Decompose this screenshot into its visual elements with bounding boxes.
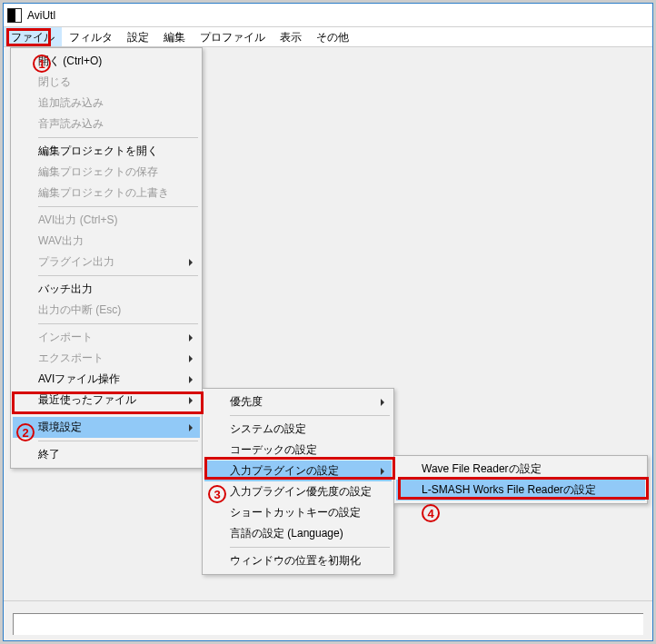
titlebar: AviUtl: [4, 4, 652, 27]
menu-item-input-plugin-settings[interactable]: 入力プラグインの設定: [204, 461, 392, 481]
menu-item-label: プラグイン出力: [38, 254, 114, 270]
status-area: [4, 600, 652, 640]
menu-item-label: 入力プラグインの設定: [230, 463, 339, 479]
menu-item-shortcut-settings[interactable]: ショートカットキーの設定: [204, 502, 392, 523]
menu-item-save-project[interactable]: 編集プロジェクトの保存: [13, 162, 200, 183]
chevron-right-icon: [189, 397, 193, 404]
menu-separator: [230, 415, 390, 416]
menu-input-plugin: Wave File Readerの設定 L-SMASH Works File R…: [393, 455, 648, 504]
menubar-item-other[interactable]: その他: [309, 27, 356, 46]
menu-item-system-settings[interactable]: システムの設定: [204, 419, 392, 440]
timeline-scroll[interactable]: [13, 613, 643, 635]
chevron-right-icon: [189, 259, 193, 266]
menu-item-overwrite-project[interactable]: 編集プロジェクトの上書き: [13, 183, 200, 203]
app-window: AviUtl ファイル フィルタ 設定 編集 プロファイル 表示 その他 開く …: [3, 3, 653, 641]
menu-separator: [38, 206, 198, 207]
chevron-right-icon: [189, 376, 193, 383]
menu-separator: [38, 275, 198, 276]
menu-separator: [38, 323, 198, 324]
chevron-right-icon: [189, 355, 193, 362]
menu-item-abort-output[interactable]: 出力の中断 (Esc): [13, 300, 200, 321]
menu-item-language-settings[interactable]: 言語の設定 (Language): [204, 523, 392, 544]
menu-env-settings: 優先度 システムの設定 コーデックの設定 入力プラグインの設定 入力プラグイン優…: [202, 388, 394, 575]
menu-separator: [230, 547, 390, 548]
menu-item-open[interactable]: 開く (Ctrl+O): [13, 51, 200, 72]
work-area: 開く (Ctrl+O) 閉じる 追加読み込み 音声読み込み 編集プロジェクトを開…: [4, 47, 652, 640]
menu-item-label: インポート: [38, 330, 93, 345]
menu-item-label: エクスポート: [38, 351, 104, 366]
menu-separator: [38, 413, 198, 414]
menu-item-append-load[interactable]: 追加読み込み: [13, 93, 200, 114]
menu-item-batch-output[interactable]: バッチ出力: [13, 279, 200, 300]
menu-separator: [38, 137, 198, 138]
menu-item-plugin-output[interactable]: プラグイン出力: [13, 252, 200, 272]
menubar: ファイル フィルタ 設定 編集 プロファイル 表示 その他: [4, 27, 652, 47]
menu-item-avi-output[interactable]: AVI出力 (Ctrl+S): [13, 210, 200, 231]
window-title: AviUtl: [27, 9, 55, 22]
menu-separator: [38, 441, 198, 441]
menu-item-input-plugin-priority[interactable]: 入力プラグイン優先度の設定: [204, 481, 392, 502]
menubar-item-profile[interactable]: プロファイル: [193, 27, 273, 46]
menu-item-label: AVIファイル操作: [38, 372, 120, 387]
menubar-item-settings[interactable]: 設定: [120, 27, 156, 46]
menu-item-audio-load[interactable]: 音声読み込み: [13, 114, 200, 134]
menu-item-wav-output[interactable]: WAV出力: [13, 231, 200, 252]
menubar-item-edit[interactable]: 編集: [156, 27, 193, 46]
menu-item-label: 優先度: [230, 394, 263, 410]
menu-item-recent-files[interactable]: 最近使ったファイル: [13, 390, 200, 411]
menu-item-env-settings[interactable]: 環境設定: [13, 417, 200, 438]
menu-item-priority[interactable]: 優先度: [204, 391, 392, 412]
menu-file: 開く (Ctrl+O) 閉じる 追加読み込み 音声読み込み 編集プロジェクトを開…: [10, 47, 203, 469]
menubar-item-file[interactable]: ファイル: [4, 27, 62, 46]
menu-item-import[interactable]: インポート: [13, 327, 200, 348]
menubar-item-view[interactable]: 表示: [273, 27, 309, 46]
menu-item-label: 最近使ったファイル: [38, 392, 136, 408]
menu-item-open-project[interactable]: 編集プロジェクトを開く: [13, 141, 200, 162]
chevron-right-icon: [381, 399, 384, 406]
menubar-item-filter[interactable]: フィルタ: [62, 27, 120, 46]
menu-item-avi-file-ops[interactable]: AVIファイル操作: [13, 369, 200, 390]
chevron-right-icon: [189, 424, 193, 431]
chevron-right-icon: [381, 468, 384, 475]
menu-item-codec-settings[interactable]: コーデックの設定: [204, 440, 392, 461]
chevron-right-icon: [189, 334, 193, 342]
menu-item-close[interactable]: 閉じる: [13, 72, 200, 93]
menu-item-reset-window-pos[interactable]: ウィンドウの位置を初期化: [204, 550, 392, 571]
menu-item-export[interactable]: エクスポート: [13, 348, 200, 369]
app-icon: [7, 8, 22, 23]
menu-item-lsmash-reader[interactable]: L-SMASH Works File Readerの設定: [396, 480, 645, 500]
menu-item-wave-file-reader[interactable]: Wave File Readerの設定: [396, 459, 645, 480]
menu-item-label: 環境設定: [38, 420, 82, 435]
menu-item-exit[interactable]: 終了: [13, 444, 200, 465]
